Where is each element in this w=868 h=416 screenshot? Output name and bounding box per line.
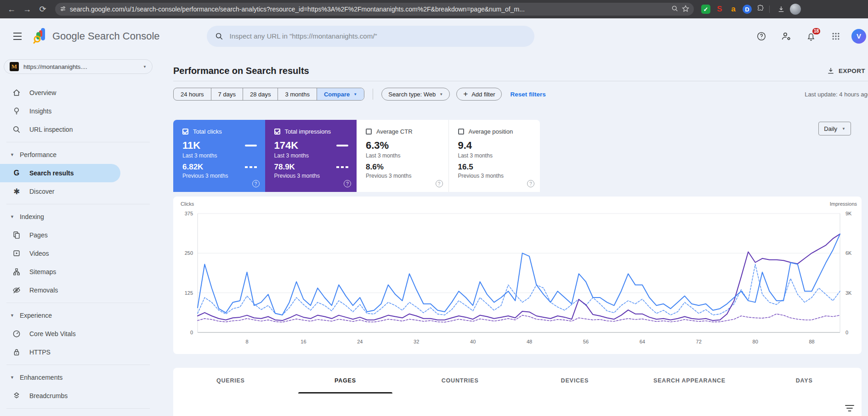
extensions-puzzle-icon[interactable] bbox=[756, 4, 765, 14]
browser-back-button[interactable]: ← bbox=[5, 2, 18, 16]
tab-days[interactable]: DAYS bbox=[747, 368, 862, 394]
average-position-card[interactable]: Average position 9.4 Last 3 months 16.5 … bbox=[448, 120, 540, 192]
sidebar-item-removals[interactable]: Removals bbox=[0, 281, 156, 299]
plus-icon: + bbox=[463, 90, 468, 99]
average-ctr-card[interactable]: Average CTR 6.3% Last 3 months 8.6% Prev… bbox=[357, 120, 448, 192]
seo-extension-icon[interactable]: S bbox=[715, 5, 724, 14]
date-range-selector: 24 hours 7 days 28 days 3 months Compare… bbox=[173, 88, 364, 101]
sidebar-item-breadcrumbs[interactable]: Breadcrumbs bbox=[0, 387, 156, 405]
svg-text:16: 16 bbox=[301, 339, 306, 344]
tab-devices[interactable]: DEVICES bbox=[517, 368, 632, 394]
sidebar-item-label: Videos bbox=[29, 250, 49, 257]
sidebar-section-performance[interactable]: ▼ Performance bbox=[0, 146, 156, 164]
sidebar-divider bbox=[6, 365, 150, 365]
reset-filters-link[interactable]: Reset filters bbox=[510, 91, 545, 98]
account-avatar[interactable]: V bbox=[851, 29, 866, 44]
range-7-days[interactable]: 7 days bbox=[211, 88, 243, 100]
svg-text:Impressions: Impressions bbox=[830, 201, 857, 207]
sidebar-item-https[interactable]: HTTPS bbox=[0, 343, 156, 361]
tab-pages[interactable]: PAGES bbox=[288, 368, 403, 394]
collapse-arrow-icon: ▼ bbox=[10, 375, 14, 380]
card-label: Average CTR bbox=[376, 128, 413, 135]
address-bar[interactable]: search.google.com/u/1/search-console/per… bbox=[55, 3, 694, 16]
svg-text:375: 375 bbox=[185, 211, 193, 216]
video-icon bbox=[12, 249, 21, 258]
sidebar-section-label: Performance bbox=[20, 151, 57, 158]
total-clicks-card[interactable]: Total clicks 11K Last 3 months 6.82K Pre… bbox=[173, 120, 265, 192]
browser-forward-button[interactable]: → bbox=[20, 2, 34, 16]
gauge-icon bbox=[12, 329, 21, 338]
filter-list-icon[interactable] bbox=[845, 405, 854, 414]
eye-off-icon bbox=[12, 286, 21, 295]
blue-extension-icon[interactable]: D bbox=[743, 5, 752, 14]
bookmark-star-icon[interactable] bbox=[682, 5, 689, 14]
menu-icon[interactable] bbox=[8, 27, 27, 45]
sidebar-item-pages[interactable]: Pages bbox=[0, 226, 156, 244]
compare-button[interactable]: Compare▼ bbox=[317, 88, 364, 100]
tab-countries[interactable]: COUNTRIES bbox=[403, 368, 517, 394]
svg-text:Clicks: Clicks bbox=[181, 201, 194, 207]
sidebar-item-url-inspection[interactable]: URL inspection bbox=[0, 120, 156, 139]
sidebar-item-overview[interactable]: Overview bbox=[0, 84, 156, 102]
help-icon[interactable] bbox=[752, 27, 771, 45]
site-settings-icon[interactable] bbox=[60, 6, 66, 13]
tab-queries[interactable]: QUERIES bbox=[173, 368, 288, 394]
sidebar-divider bbox=[6, 142, 150, 142]
help-icon[interactable]: ? bbox=[344, 180, 351, 187]
card-period: Last 3 months bbox=[366, 152, 440, 159]
property-selector[interactable]: M https://montananights.... ▼ bbox=[4, 59, 153, 74]
card-secondary-period: Previous 3 months bbox=[182, 173, 257, 179]
sidebar-item-insights[interactable]: Insights bbox=[0, 102, 156, 120]
amazon-extension-icon[interactable]: a bbox=[729, 5, 738, 14]
url-inspect-searchbar[interactable]: Inspect any URL in "https://montananight… bbox=[207, 26, 534, 47]
checkbox-icon[interactable] bbox=[366, 129, 372, 135]
sidebar-divider bbox=[6, 204, 150, 204]
checkbox-icon[interactable] bbox=[274, 129, 280, 135]
filter-bar: 24 hours 7 days 28 days 3 months Compare… bbox=[173, 88, 862, 101]
search-type-filter[interactable]: Search type: Web▼ bbox=[381, 88, 450, 101]
add-filter-button[interactable]: +Add filter bbox=[456, 88, 502, 101]
settings-user-icon[interactable] bbox=[777, 27, 795, 45]
apps-grid-icon[interactable] bbox=[827, 27, 845, 45]
sidebar-item-search-results[interactable]: G Search results bbox=[0, 164, 120, 182]
tab-search-appearance[interactable]: SEARCH APPEARANCE bbox=[632, 368, 747, 394]
svg-text:0: 0 bbox=[190, 330, 193, 335]
layers-icon bbox=[12, 391, 21, 400]
sidebar-item-discover[interactable]: ✱ Discover bbox=[0, 182, 156, 201]
sidebar-item-sitemaps[interactable]: Sitemaps bbox=[0, 263, 156, 281]
chevron-down-icon: ▼ bbox=[353, 92, 357, 96]
card-period: Last 3 months bbox=[274, 152, 349, 159]
svg-text:6K: 6K bbox=[845, 250, 852, 256]
export-button[interactable]: EXPORT bbox=[827, 67, 865, 75]
svg-text:80: 80 bbox=[753, 339, 758, 344]
checkbox-icon[interactable] bbox=[458, 129, 464, 135]
google-g-icon: G bbox=[12, 169, 21, 177]
sidebar-section-experience[interactable]: ▼ Experience bbox=[0, 306, 156, 325]
range-3-months[interactable]: 3 months bbox=[278, 88, 317, 100]
help-icon[interactable]: ? bbox=[527, 180, 534, 187]
browser-profile-avatar[interactable] bbox=[790, 4, 801, 15]
granularity-dropdown[interactable]: Daily▼ bbox=[818, 122, 851, 135]
browser-reload-button[interactable]: ⟳ bbox=[36, 2, 50, 16]
sidebar-section-indexing[interactable]: ▼ Indexing bbox=[0, 208, 156, 226]
sidebar-divider bbox=[6, 303, 150, 303]
sidebar-item-label: Pages bbox=[29, 231, 48, 239]
dashed-line-legend-icon bbox=[245, 166, 257, 168]
sidebar-section-enhancements[interactable]: ▼ Enhancements bbox=[0, 368, 156, 387]
downloads-icon[interactable] bbox=[774, 2, 788, 16]
title-divider bbox=[173, 81, 868, 81]
range-28-days[interactable]: 28 days bbox=[243, 88, 278, 100]
range-24-hours[interactable]: 24 hours bbox=[174, 88, 211, 100]
sitemap-icon bbox=[12, 267, 21, 276]
total-impressions-card[interactable]: Total impressions 174K Last 3 months 78.… bbox=[265, 120, 357, 192]
checker-extension-icon[interactable]: ✓ bbox=[701, 5, 710, 14]
help-icon[interactable]: ? bbox=[436, 180, 443, 187]
checkbox-icon[interactable] bbox=[182, 129, 188, 135]
help-icon[interactable]: ? bbox=[252, 180, 260, 187]
sidebar-item-videos[interactable]: Videos bbox=[0, 244, 156, 263]
notifications-bell-icon[interactable]: 18 bbox=[802, 27, 820, 45]
sidebar-item-core-web-vitals[interactable]: Core Web Vitals bbox=[0, 325, 156, 343]
zoom-icon[interactable] bbox=[671, 5, 678, 13]
performance-chart[interactable]: 012525037503K6K9KClicksImpressions816243… bbox=[173, 197, 862, 354]
url-text[interactable]: search.google.com/u/1/search-console/per… bbox=[70, 6, 668, 13]
